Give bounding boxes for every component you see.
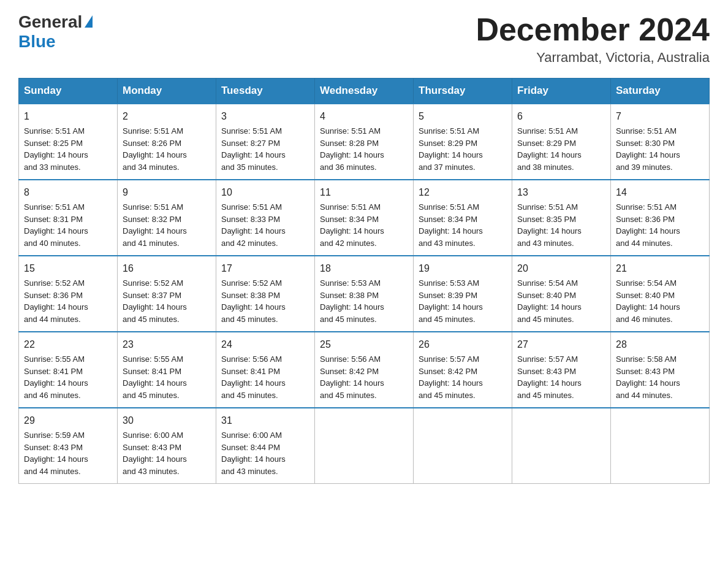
page-header: General Blue December 2024 Yarrambat, Vi…: [18, 12, 710, 66]
day-info: Sunrise: 5:59 AMSunset: 8:43 PMDaylight:…: [24, 431, 88, 476]
day-info: Sunrise: 5:55 AMSunset: 8:41 PMDaylight:…: [24, 354, 88, 400]
col-wednesday: Wednesday: [315, 79, 414, 104]
table-row: 20 Sunrise: 5:54 AMSunset: 8:40 PMDaylig…: [512, 256, 611, 332]
table-row: 26 Sunrise: 5:57 AMSunset: 8:42 PMDaylig…: [414, 332, 512, 408]
day-info: Sunrise: 5:51 AMSunset: 8:28 PMDaylight:…: [320, 126, 384, 172]
location-text: Yarrambat, Victoria, Australia: [476, 50, 710, 66]
table-row: [512, 408, 611, 484]
month-title: December 2024: [476, 12, 710, 47]
day-info: Sunrise: 5:51 AMSunset: 8:31 PMDaylight:…: [24, 202, 88, 248]
table-row: 1 Sunrise: 5:51 AMSunset: 8:25 PMDayligh…: [19, 104, 118, 180]
logo: General Blue: [18, 12, 93, 52]
table-row: [414, 408, 512, 484]
day-info: Sunrise: 5:51 AMSunset: 8:34 PMDaylight:…: [419, 202, 483, 248]
table-row: 7 Sunrise: 5:51 AMSunset: 8:30 PMDayligh…: [611, 104, 710, 180]
day-info: Sunrise: 5:56 AMSunset: 8:41 PMDaylight:…: [221, 354, 286, 400]
table-row: 12 Sunrise: 5:51 AMSunset: 8:34 PMDaylig…: [414, 180, 512, 256]
day-number: 4: [320, 109, 408, 124]
day-info: Sunrise: 5:51 AMSunset: 8:29 PMDaylight:…: [419, 126, 483, 172]
table-row: 16 Sunrise: 5:52 AMSunset: 8:37 PMDaylig…: [118, 256, 216, 332]
day-number: 3: [221, 109, 309, 124]
table-row: 22 Sunrise: 5:55 AMSunset: 8:41 PMDaylig…: [19, 332, 118, 408]
table-row: 6 Sunrise: 5:51 AMSunset: 8:29 PMDayligh…: [512, 104, 611, 180]
day-number: 6: [517, 109, 605, 124]
table-row: 18 Sunrise: 5:53 AMSunset: 8:38 PMDaylig…: [315, 256, 414, 332]
day-number: 30: [123, 413, 211, 428]
table-row: 15 Sunrise: 5:52 AMSunset: 8:36 PMDaylig…: [19, 256, 118, 332]
day-number: 20: [517, 261, 605, 276]
table-row: 23 Sunrise: 5:55 AMSunset: 8:41 PMDaylig…: [118, 332, 216, 408]
table-row: 19 Sunrise: 5:53 AMSunset: 8:39 PMDaylig…: [414, 256, 512, 332]
day-number: 27: [517, 337, 605, 352]
table-row: 30 Sunrise: 6:00 AMSunset: 8:43 PMDaylig…: [118, 408, 216, 484]
col-thursday: Thursday: [414, 79, 512, 104]
day-info: Sunrise: 5:54 AMSunset: 8:40 PMDaylight:…: [517, 278, 582, 324]
day-info: Sunrise: 5:51 AMSunset: 8:34 PMDaylight:…: [320, 202, 384, 248]
day-number: 10: [221, 185, 309, 200]
day-number: 2: [123, 109, 211, 124]
col-monday: Monday: [118, 79, 216, 104]
table-row: 27 Sunrise: 5:57 AMSunset: 8:43 PMDaylig…: [512, 332, 611, 408]
day-number: 11: [320, 185, 408, 200]
day-number: 29: [24, 413, 112, 428]
day-info: Sunrise: 5:51 AMSunset: 8:32 PMDaylight:…: [123, 202, 187, 248]
day-number: 15: [24, 261, 112, 276]
table-row: 28 Sunrise: 5:58 AMSunset: 8:43 PMDaylig…: [611, 332, 710, 408]
table-row: 24 Sunrise: 5:56 AMSunset: 8:41 PMDaylig…: [216, 332, 315, 408]
day-number: 12: [419, 185, 507, 200]
day-number: 16: [123, 261, 211, 276]
table-row: 10 Sunrise: 5:51 AMSunset: 8:33 PMDaylig…: [216, 180, 315, 256]
day-number: 28: [616, 337, 704, 352]
day-number: 19: [419, 261, 507, 276]
calendar-table: Sunday Monday Tuesday Wednesday Thursday…: [18, 78, 710, 484]
calendar-header-row: Sunday Monday Tuesday Wednesday Thursday…: [19, 79, 710, 104]
table-row: 8 Sunrise: 5:51 AMSunset: 8:31 PMDayligh…: [19, 180, 118, 256]
day-info: Sunrise: 5:52 AMSunset: 8:36 PMDaylight:…: [24, 278, 88, 324]
day-info: Sunrise: 5:51 AMSunset: 8:33 PMDaylight:…: [221, 202, 286, 248]
day-info: Sunrise: 6:00 AMSunset: 8:43 PMDaylight:…: [123, 431, 187, 476]
table-row: 31 Sunrise: 6:00 AMSunset: 8:44 PMDaylig…: [216, 408, 315, 484]
day-info: Sunrise: 5:56 AMSunset: 8:42 PMDaylight:…: [320, 354, 384, 400]
day-number: 21: [616, 261, 704, 276]
day-number: 13: [517, 185, 605, 200]
table-row: 25 Sunrise: 5:56 AMSunset: 8:42 PMDaylig…: [315, 332, 414, 408]
day-info: Sunrise: 5:51 AMSunset: 8:25 PMDaylight:…: [24, 126, 88, 172]
col-sunday: Sunday: [19, 79, 118, 104]
day-info: Sunrise: 5:54 AMSunset: 8:40 PMDaylight:…: [616, 278, 680, 324]
day-info: Sunrise: 5:55 AMSunset: 8:41 PMDaylight:…: [123, 354, 187, 400]
calendar-week-5: 29 Sunrise: 5:59 AMSunset: 8:43 PMDaylig…: [19, 408, 710, 484]
calendar-week-2: 8 Sunrise: 5:51 AMSunset: 8:31 PMDayligh…: [19, 180, 710, 256]
day-info: Sunrise: 6:00 AMSunset: 8:44 PMDaylight:…: [221, 431, 286, 476]
day-info: Sunrise: 5:51 AMSunset: 8:29 PMDaylight:…: [517, 126, 582, 172]
day-number: 7: [616, 109, 704, 124]
day-number: 31: [221, 413, 309, 428]
day-info: Sunrise: 5:51 AMSunset: 8:35 PMDaylight:…: [517, 202, 582, 248]
calendar-week-3: 15 Sunrise: 5:52 AMSunset: 8:36 PMDaylig…: [19, 256, 710, 332]
day-number: 5: [419, 109, 507, 124]
day-info: Sunrise: 5:52 AMSunset: 8:38 PMDaylight:…: [221, 278, 286, 324]
day-number: 9: [123, 185, 211, 200]
table-row: 9 Sunrise: 5:51 AMSunset: 8:32 PMDayligh…: [118, 180, 216, 256]
day-info: Sunrise: 5:58 AMSunset: 8:43 PMDaylight:…: [616, 354, 680, 400]
day-info: Sunrise: 5:53 AMSunset: 8:39 PMDaylight:…: [419, 278, 483, 324]
day-info: Sunrise: 5:57 AMSunset: 8:43 PMDaylight:…: [517, 354, 582, 400]
table-row: 11 Sunrise: 5:51 AMSunset: 8:34 PMDaylig…: [315, 180, 414, 256]
table-row: 13 Sunrise: 5:51 AMSunset: 8:35 PMDaylig…: [512, 180, 611, 256]
table-row: 2 Sunrise: 5:51 AMSunset: 8:26 PMDayligh…: [118, 104, 216, 180]
day-number: 18: [320, 261, 408, 276]
day-number: 26: [419, 337, 507, 352]
day-info: Sunrise: 5:52 AMSunset: 8:37 PMDaylight:…: [123, 278, 187, 324]
day-number: 25: [320, 337, 408, 352]
table-row: [611, 408, 710, 484]
day-number: 22: [24, 337, 112, 352]
col-saturday: Saturday: [611, 79, 710, 104]
table-row: 17 Sunrise: 5:52 AMSunset: 8:38 PMDaylig…: [216, 256, 315, 332]
table-row: 5 Sunrise: 5:51 AMSunset: 8:29 PMDayligh…: [414, 104, 512, 180]
col-friday: Friday: [512, 79, 611, 104]
day-number: 17: [221, 261, 309, 276]
title-area: December 2024 Yarrambat, Victoria, Austr…: [476, 12, 710, 66]
day-number: 24: [221, 337, 309, 352]
day-info: Sunrise: 5:51 AMSunset: 8:26 PMDaylight:…: [123, 126, 187, 172]
calendar-week-1: 1 Sunrise: 5:51 AMSunset: 8:25 PMDayligh…: [19, 104, 710, 180]
day-number: 8: [24, 185, 112, 200]
